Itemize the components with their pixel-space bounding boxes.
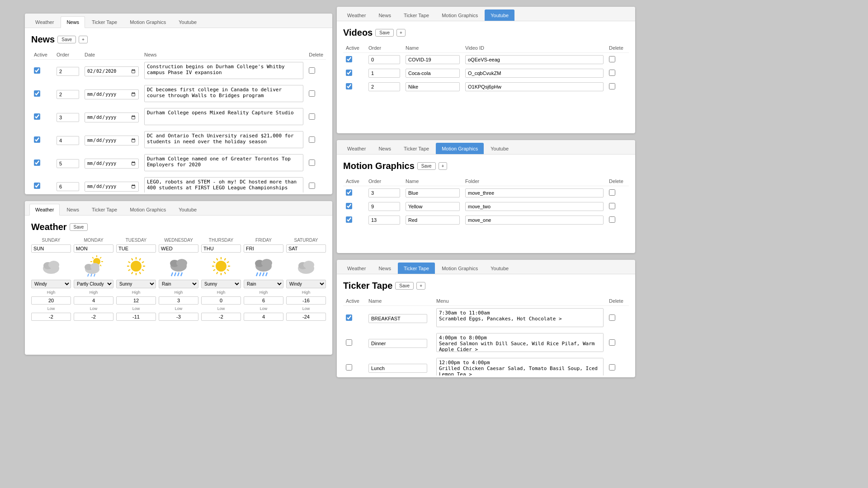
news-active-4[interactable] — [34, 160, 40, 166]
ticker-active-0[interactable] — [346, 314, 352, 321]
video-order-1[interactable] — [368, 69, 400, 78]
motion-order-1[interactable] — [368, 202, 400, 211]
news-text-2[interactable]: Durham College opens Mixed Reality Captu… — [144, 108, 303, 125]
motion-active-2[interactable] — [346, 216, 352, 223]
tab-weather-news[interactable]: Weather — [29, 16, 60, 28]
tab-ticker-news[interactable]: Ticker Tape — [86, 16, 123, 28]
video-active-1[interactable] — [346, 70, 352, 76]
tab-motion-motion[interactable]: Motion Graphics — [436, 143, 484, 154]
news-date-4[interactable] — [85, 159, 139, 169]
weather-condition-select-5[interactable]: SunnyPartly CloudyCloudyRainSnowWindyThu… — [244, 280, 283, 288]
ticker-save-button[interactable]: Save — [395, 282, 414, 290]
news-order-3[interactable] — [57, 136, 79, 145]
day-abbr-input-1[interactable] — [74, 244, 113, 253]
ticker-delete-2[interactable] — [609, 364, 615, 371]
news-date-1[interactable] — [85, 89, 139, 99]
video-name-1[interactable] — [406, 69, 460, 78]
videos-add-button[interactable]: + — [396, 29, 406, 37]
news-date-3[interactable] — [85, 136, 139, 145]
high-input-3[interactable] — [159, 296, 198, 305]
motion-name-0[interactable] — [406, 188, 460, 197]
video-delete-2[interactable] — [609, 83, 615, 89]
ticker-active-1[interactable] — [346, 339, 352, 346]
video-id-2[interactable] — [465, 82, 604, 91]
tab-motion-videos[interactable]: Motion Graphics — [436, 9, 484, 21]
tab-news-ticker[interactable]: News — [373, 263, 397, 274]
news-text-4[interactable]: Durham College named one of Greater Toro… — [144, 154, 303, 171]
news-delete-0[interactable] — [309, 67, 315, 74]
motion-name-2[interactable] — [406, 216, 460, 225]
high-input-2[interactable] — [116, 296, 156, 305]
day-abbr-input-0[interactable] — [31, 244, 71, 253]
motion-name-1[interactable] — [406, 202, 460, 211]
weather-condition-select-1[interactable]: SunnyPartly CloudyCloudyRainSnowWindyThu… — [74, 280, 113, 288]
tab-ticker-motion[interactable]: Ticker Tape — [398, 143, 435, 154]
motion-order-2[interactable] — [368, 216, 400, 225]
low-input-6[interactable] — [286, 313, 326, 321]
tab-news-weather[interactable]: News — [61, 204, 85, 215]
news-active-2[interactable] — [34, 113, 40, 120]
tab-motion-weather[interactable]: Motion Graphics — [124, 204, 172, 215]
video-order-2[interactable] — [368, 82, 400, 91]
day-abbr-input-3[interactable] — [159, 244, 198, 253]
high-input-5[interactable] — [244, 296, 283, 305]
motion-folder-0[interactable] — [465, 188, 604, 197]
high-input-6[interactable] — [286, 296, 326, 305]
news-active-0[interactable] — [34, 67, 40, 74]
tab-ticker-ticker[interactable]: Ticker Tape — [398, 263, 435, 274]
news-delete-3[interactable] — [309, 136, 315, 143]
motion-folder-1[interactable] — [465, 202, 604, 211]
tab-weather-videos[interactable]: Weather — [341, 9, 372, 21]
day-abbr-input-2[interactable] — [116, 244, 156, 253]
weather-condition-select-3[interactable]: SunnyPartly CloudyCloudyRainSnowWindyThu… — [159, 280, 198, 288]
tab-ticker-videos[interactable]: Ticker Tape — [398, 9, 435, 21]
video-id-1[interactable] — [465, 69, 604, 78]
low-input-0[interactable] — [31, 313, 71, 321]
news-date-0[interactable] — [85, 66, 139, 76]
day-abbr-input-6[interactable] — [286, 244, 326, 253]
tab-weather-motion[interactable]: Weather — [341, 143, 372, 154]
ticker-menu-1[interactable]: 4:00pm to 8:00pm Seared Salmon with Dill… — [436, 333, 604, 352]
motion-delete-2[interactable] — [609, 216, 615, 223]
news-order-1[interactable] — [57, 90, 79, 99]
video-order-0[interactable] — [368, 55, 400, 64]
tab-youtube-ticker[interactable]: Youtube — [485, 263, 514, 274]
ticker-delete-1[interactable] — [609, 339, 615, 346]
high-input-0[interactable] — [31, 296, 71, 305]
videos-save-button[interactable]: Save — [375, 29, 394, 37]
tab-youtube-videos[interactable]: Youtube — [485, 9, 514, 21]
news-active-3[interactable] — [34, 136, 40, 143]
news-delete-2[interactable] — [309, 113, 315, 120]
video-active-2[interactable] — [346, 83, 352, 89]
motion-order-0[interactable] — [368, 188, 400, 197]
motion-delete-0[interactable] — [609, 189, 615, 196]
ticker-name-0[interactable] — [368, 314, 427, 323]
news-text-1[interactable]: DC becomes first college in Canada to de… — [144, 85, 303, 102]
video-name-2[interactable] — [406, 82, 460, 91]
ticker-delete-0[interactable] — [609, 314, 615, 321]
weather-condition-select-6[interactable]: SunnyPartly CloudyCloudyRainSnowWindyThu… — [286, 280, 326, 288]
news-active-5[interactable] — [34, 183, 40, 189]
news-text-5[interactable]: LEGO, robots and STEM - oh my! DC hosted… — [144, 177, 303, 192]
tab-weather-weather[interactable]: Weather — [29, 204, 60, 216]
motion-active-0[interactable] — [346, 189, 352, 196]
news-date-2[interactable] — [85, 113, 139, 122]
low-input-1[interactable] — [74, 313, 113, 321]
tab-news-news[interactable]: News — [61, 16, 85, 28]
news-text-0[interactable]: Construction begins on Durham College's … — [144, 62, 303, 79]
news-active-1[interactable] — [34, 90, 40, 97]
tab-youtube-news[interactable]: Youtube — [173, 16, 203, 28]
video-delete-1[interactable] — [609, 70, 615, 76]
day-abbr-input-4[interactable] — [201, 244, 241, 253]
weather-condition-select-0[interactable]: SunnyPartly CloudyCloudyRainSnowWindyThu… — [31, 280, 71, 288]
ticker-add-button[interactable]: + — [416, 282, 425, 290]
news-delete-5[interactable] — [309, 183, 315, 189]
tab-news-motion[interactable]: News — [373, 143, 397, 154]
tab-motion-ticker[interactable]: Motion Graphics — [436, 263, 484, 274]
day-abbr-input-5[interactable] — [244, 244, 283, 253]
video-delete-0[interactable] — [609, 56, 615, 62]
low-input-5[interactable] — [244, 313, 283, 321]
video-name-0[interactable] — [406, 55, 460, 64]
tab-motion-news[interactable]: Motion Graphics — [124, 16, 172, 28]
weather-condition-select-2[interactable]: SunnyPartly CloudyCloudyRainSnowWindyThu… — [116, 280, 156, 288]
